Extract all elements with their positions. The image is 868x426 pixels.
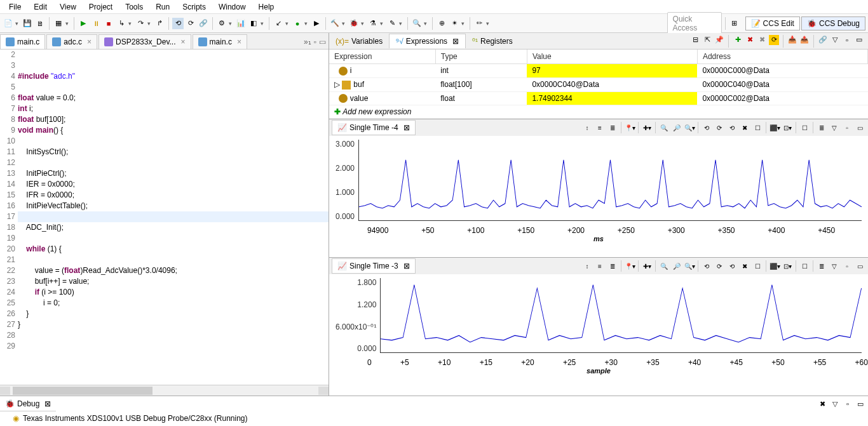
graph-tool-icon[interactable]: ⟲: [726, 122, 738, 133]
debug-menu-icon[interactable]: ▽: [830, 399, 840, 409]
save-icon[interactable]: 💾: [22, 18, 33, 29]
col-expression[interactable]: Expression: [329, 50, 435, 64]
graph-tool-icon[interactable]: 🔍: [658, 122, 670, 133]
graph-tool-icon[interactable]: 🔎: [671, 122, 682, 133]
graph-tool-icon[interactable]: ≡: [594, 122, 606, 133]
restart-icon[interactable]: ⟲: [172, 18, 184, 29]
export-icon[interactable]: 📤: [799, 35, 810, 45]
debug-max-icon[interactable]: ▭: [855, 399, 865, 409]
graph-tool-icon[interactable]: ▽: [829, 260, 840, 272]
graph-tool-icon[interactable]: ☐: [799, 260, 810, 272]
menu-tools[interactable]: Tools: [119, 1, 149, 12]
graph-tool-icon[interactable]: 🔍▾: [684, 122, 695, 133]
graph-tab-single-time-4[interactable]: 📈Single Time -4⊠: [332, 120, 416, 135]
link-icon[interactable]: 🔗: [818, 35, 828, 45]
graph-tool-icon[interactable]: ⬛▾: [769, 122, 780, 133]
graph-tool-icon[interactable]: ▽: [829, 122, 840, 133]
graph-tool-icon[interactable]: ▫: [841, 260, 853, 272]
editor-tab-2[interactable]: DSP2833x_Dev...×: [98, 34, 191, 49]
perspective-ccs-debug[interactable]: 🐞CCS Debug: [801, 17, 865, 30]
debug-icon[interactable]: 🐞: [348, 18, 360, 29]
step-into-icon[interactable]: ↳: [116, 18, 127, 29]
refresh-icon[interactable]: ⟳: [185, 18, 196, 29]
menu-help[interactable]: Help: [252, 1, 281, 12]
graph-tool-icon[interactable]: 🔍▾: [684, 260, 695, 272]
step-over-icon[interactable]: ↷: [135, 18, 146, 29]
graph-tool-icon[interactable]: ↕: [581, 122, 593, 133]
tool-b-icon[interactable]: 📊: [235, 18, 247, 29]
expr-row[interactable]: iint970x0000C000@Data: [329, 64, 868, 78]
tab-expressions[interactable]: ᵍ√Expressions⊠: [389, 34, 466, 48]
tab-variables[interactable]: (x)=Variables: [329, 34, 389, 48]
more-tabs-icon[interactable]: »₁: [304, 37, 311, 46]
connect-icon[interactable]: 🔗: [198, 18, 209, 29]
graph-tool-icon[interactable]: ☐: [752, 122, 763, 133]
build-icon[interactable]: 🔨: [329, 18, 341, 29]
quick-access-input[interactable]: Quick Access: [667, 12, 722, 35]
graph-tool-icon[interactable]: ⊡▾: [782, 260, 793, 272]
open-perspective-icon[interactable]: ⊞: [729, 18, 740, 29]
col-type[interactable]: Type: [435, 50, 527, 64]
view-icon[interactable]: ▦: [53, 18, 64, 29]
graph-tool-icon[interactable]: ☐: [799, 122, 810, 133]
graph-tool-icon[interactable]: ≣: [816, 260, 827, 272]
expr-row[interactable]: ▷ buffloat[100]0x0000C040@Data0x0000C040…: [329, 77, 868, 91]
menu-view[interactable]: View: [53, 1, 83, 12]
debug-min-icon[interactable]: ▫: [843, 399, 853, 409]
tool-d-icon[interactable]: ↙: [273, 18, 284, 29]
code-editor[interactable]: 2345678910111213141516171819202122232425…: [0, 50, 329, 385]
max-icon[interactable]: ▭: [854, 35, 864, 45]
perspective-ccs-edit[interactable]: 📝CCS Edit: [745, 17, 800, 30]
editor-hscrollbar[interactable]: [0, 385, 329, 396]
editor-tab-3[interactable]: main.c×: [193, 34, 247, 49]
graph-tool-icon[interactable]: 📍▾: [624, 122, 635, 133]
pause-icon[interactable]: ⏸: [90, 18, 102, 29]
add-expression-link[interactable]: Add new expression: [342, 107, 411, 116]
graph-tool-icon[interactable]: ↕: [581, 260, 593, 272]
graph-tool-icon[interactable]: ⟲: [701, 260, 712, 272]
collapse-icon[interactable]: ⇱: [702, 35, 712, 45]
editor-tab-0[interactable]: main.c: [0, 34, 45, 49]
graph-tool-icon[interactable]: ≣: [607, 122, 618, 133]
graph-tool-icon[interactable]: ▭: [854, 122, 865, 133]
minimize-icon[interactable]: ▫: [314, 37, 316, 46]
graph-tool-icon[interactable]: ✚▾: [641, 260, 653, 272]
refresh-expr-icon[interactable]: ⟳: [769, 35, 779, 45]
tool-j-icon[interactable]: ✴: [449, 18, 460, 29]
tree-icon[interactable]: ⊟: [690, 35, 700, 45]
menu-file[interactable]: File: [3, 1, 27, 12]
add-icon[interactable]: ✚: [733, 35, 743, 45]
graph-tool-icon[interactable]: ⊡▾: [782, 122, 793, 133]
graph-tool-icon[interactable]: ≣: [816, 122, 827, 133]
step-return-icon[interactable]: ↱: [154, 18, 165, 29]
graph-tool-icon[interactable]: ⟲: [701, 122, 712, 133]
debug-remove-icon[interactable]: ✖: [817, 399, 827, 409]
tool-i-icon[interactable]: ⊕: [436, 18, 447, 29]
tool-f-icon[interactable]: ▶: [311, 18, 322, 29]
tab-registers[interactable]: ⁰¹Registers: [466, 34, 519, 48]
pin-icon[interactable]: 📌: [714, 35, 724, 45]
graph-tool-icon[interactable]: ≡: [594, 260, 606, 272]
graph-tool-icon[interactable]: ▭: [854, 260, 865, 272]
tool-h-icon[interactable]: ✎: [386, 18, 398, 29]
search-icon[interactable]: 🔍: [411, 18, 423, 29]
graph-tool-icon[interactable]: 🔎: [671, 260, 682, 272]
menu-run[interactable]: Run: [149, 1, 176, 12]
graph-tool-icon[interactable]: 📍▾: [624, 260, 635, 272]
tab-debug[interactable]: 🐞 Debug⊠: [0, 396, 56, 411]
tool-a-icon[interactable]: ⚙: [216, 18, 227, 29]
col-value[interactable]: Value: [527, 50, 697, 64]
graph-tool-icon[interactable]: ⟳: [714, 122, 725, 133]
menu-icon[interactable]: ▽: [830, 35, 840, 45]
menu-scripts[interactable]: Scripts: [176, 1, 212, 12]
menu-edit[interactable]: Edit: [27, 1, 53, 12]
remove-all-icon[interactable]: ✖: [757, 35, 767, 45]
graph-tool-icon[interactable]: ▫: [841, 122, 853, 133]
import-icon[interactable]: 📥: [787, 35, 797, 45]
graph-tool-icon[interactable]: ✖: [739, 122, 750, 133]
tool-e-icon[interactable]: ●: [292, 18, 303, 29]
graph-tool-icon[interactable]: ⟳: [714, 260, 725, 272]
tool-g-icon[interactable]: ⚗: [367, 18, 379, 29]
new-icon[interactable]: 📄: [3, 18, 14, 29]
col-address[interactable]: Address: [697, 50, 867, 64]
